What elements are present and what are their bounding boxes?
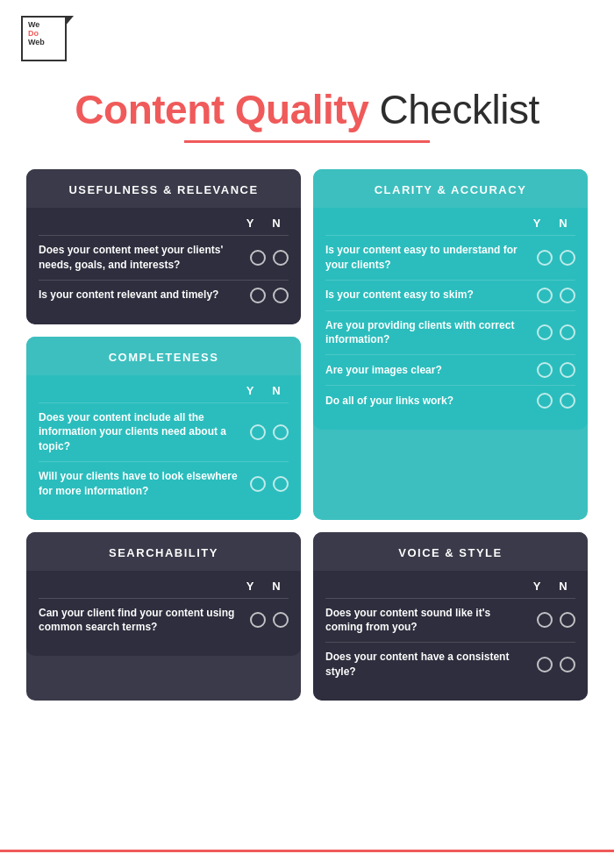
- question-row: Does your content sound like it's coming…: [325, 598, 575, 643]
- radio-no[interactable]: [273, 288, 289, 303]
- card-searchability-title: SEARCHABILITY: [109, 546, 218, 559]
- question-text: Do all of your links work?: [325, 394, 537, 409]
- card-usefulness-header: USEFULNESS & RELEVANCE: [26, 169, 301, 208]
- yn-n-label: N: [269, 217, 283, 230]
- radio-yes[interactable]: [537, 612, 553, 628]
- header: We Do Web: [0, 0, 614, 61]
- card-completeness-title: COMPLETENESS: [109, 351, 219, 364]
- radio-yes[interactable]: [250, 476, 266, 492]
- yn-header-clarity: Y N: [325, 217, 575, 230]
- logo-web: Web: [28, 38, 45, 46]
- card-completeness: COMPLETENESS Y N Does your content inclu…: [26, 337, 301, 520]
- card-usefulness-title: USEFULNESS & RELEVANCE: [68, 183, 258, 196]
- card-clarity-body: Y N Is your content easy to understand f…: [313, 208, 588, 430]
- radio-group: [250, 424, 289, 440]
- card-completeness-header: COMPLETENESS: [26, 337, 301, 375]
- radio-yes[interactable]: [537, 324, 553, 340]
- question-row: Does your content include all the inform…: [39, 402, 289, 461]
- logo: We Do Web: [21, 16, 67, 61]
- card-voice-title: VOICE & STYLE: [398, 546, 502, 559]
- radio-group: [250, 288, 289, 303]
- question-text: Are you providing clients with correct i…: [325, 318, 537, 348]
- card-voice-header: VOICE & STYLE: [313, 532, 588, 571]
- card-usefulness-body: Y N Does your content meet your clients'…: [26, 208, 301, 324]
- question-text: Will your clients have to look elsewhere…: [39, 469, 250, 499]
- question-text: Is your content easy to understand for y…: [325, 243, 537, 273]
- yn-y-label: Y: [530, 217, 544, 230]
- yn-y-label: Y: [243, 217, 257, 230]
- radio-no[interactable]: [560, 612, 575, 628]
- yn-n-label: N: [269, 580, 283, 593]
- radio-group: [537, 362, 575, 378]
- question-text: Does your content sound like it's coming…: [325, 606, 537, 636]
- question-row: Does your content meet your clients' nee…: [39, 235, 289, 280]
- question-text: Does your content meet your clients' nee…: [39, 243, 250, 273]
- radio-yes[interactable]: [537, 250, 553, 266]
- title-section: Content Quality Checklist: [0, 61, 614, 152]
- yn-y-label: Y: [243, 580, 257, 593]
- yn-n-label: N: [269, 384, 283, 397]
- question-text: Is your content relevant and timely?: [39, 288, 250, 302]
- question-row: Is your content easy to skim?: [325, 280, 575, 310]
- footer-line: [0, 850, 614, 852]
- radio-group: [537, 612, 575, 628]
- title-bold: Content Quality: [75, 87, 368, 132]
- page-title: Content Quality Checklist: [35, 86, 579, 133]
- radio-group: [537, 324, 575, 340]
- radio-yes[interactable]: [250, 424, 266, 440]
- card-usefulness: USEFULNESS & RELEVANCE Y N Does your con…: [26, 169, 301, 324]
- radio-no[interactable]: [560, 657, 575, 672]
- yn-header-usefulness: Y N: [39, 217, 289, 230]
- radio-no[interactable]: [273, 424, 289, 440]
- radio-yes[interactable]: [537, 288, 553, 303]
- radio-no[interactable]: [560, 362, 575, 378]
- radio-no[interactable]: [273, 476, 289, 492]
- radio-no[interactable]: [560, 288, 575, 303]
- logo-do: Do: [28, 29, 39, 38]
- question-text: Are your images clear?: [325, 363, 537, 378]
- radio-yes[interactable]: [537, 393, 553, 409]
- question-text: Can your client find your content using …: [39, 606, 250, 636]
- radio-group: [537, 250, 575, 266]
- question-text: Does your content have a consistent styl…: [325, 650, 537, 679]
- title-normal: Checklist: [368, 87, 539, 132]
- radio-no[interactable]: [273, 612, 289, 628]
- radio-no[interactable]: [560, 393, 575, 409]
- card-searchability-header: SEARCHABILITY: [26, 532, 301, 571]
- radio-group: [250, 476, 289, 492]
- card-clarity: CLARITY & ACCURACY Y N Is your content e…: [313, 169, 588, 520]
- card-clarity-header: CLARITY & ACCURACY: [313, 169, 588, 208]
- radio-yes[interactable]: [250, 612, 266, 628]
- question-row: Can your client find your content using …: [39, 598, 289, 643]
- radio-group: [537, 393, 575, 409]
- radio-yes[interactable]: [250, 250, 266, 266]
- main-grid: USEFULNESS & RELEVANCE Y N Does your con…: [0, 152, 614, 718]
- logo-we: We: [28, 20, 39, 29]
- yn-y-label: Y: [530, 580, 544, 593]
- radio-group: [537, 657, 575, 672]
- card-voice-body: Y N Does your content sound like it's co…: [313, 571, 588, 701]
- question-row: Will your clients have to look elsewhere…: [39, 461, 289, 506]
- radio-no[interactable]: [560, 250, 575, 266]
- question-row: Does your content have a consistent styl…: [325, 642, 575, 687]
- page: We Do Web Content Quality Checklist USEF…: [0, 0, 614, 868]
- question-row: Are you providing clients with correct i…: [325, 310, 575, 355]
- question-text: Is your content easy to skim?: [325, 288, 537, 302]
- yn-n-label: N: [556, 580, 570, 593]
- question-row: Is your content relevant and timely?: [39, 280, 289, 310]
- card-voice: VOICE & STYLE Y N Does your content soun…: [313, 532, 588, 701]
- question-row: Is your content easy to understand for y…: [325, 235, 575, 280]
- radio-group: [250, 612, 289, 628]
- card-completeness-body: Y N Does your content include all the in…: [26, 375, 301, 520]
- yn-y-label: Y: [243, 384, 257, 397]
- question-row: Are your images clear?: [325, 354, 575, 385]
- radio-no[interactable]: [560, 324, 575, 340]
- card-searchability: SEARCHABILITY Y N Can your client find y…: [26, 532, 301, 701]
- radio-no[interactable]: [273, 250, 289, 266]
- card-searchability-body: Y N Can your client find your content us…: [26, 571, 301, 657]
- yn-header-searchability: Y N: [39, 580, 289, 593]
- radio-yes[interactable]: [537, 657, 553, 672]
- radio-yes[interactable]: [537, 362, 553, 378]
- radio-yes[interactable]: [250, 288, 266, 303]
- yn-header-completeness: Y N: [39, 384, 289, 397]
